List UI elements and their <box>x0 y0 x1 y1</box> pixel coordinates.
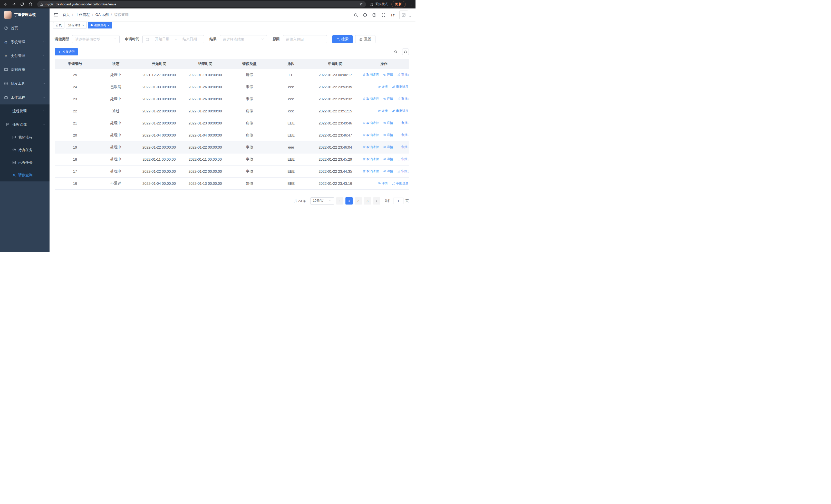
prev-page-button[interactable] <box>336 197 343 205</box>
github-icon[interactable] <box>363 13 367 17</box>
pagination: 共 23 条 10条/页 1 2 3 前往 页 <box>55 197 409 205</box>
sidebar-collapse-icon[interactable] <box>54 12 58 17</box>
result-input[interactable] <box>223 37 259 41</box>
address-bar[interactable]: 不安全 dashboard.yudao.iocoder.cn/bpm/oa/le… <box>37 1 366 7</box>
date-range-picker[interactable]: 开始日期 - 结束日期 <box>142 35 204 43</box>
back-icon[interactable] <box>4 2 8 6</box>
breadcrumb-item[interactable]: 工作流程 <box>70 12 90 17</box>
detail-link[interactable]: 详情 <box>383 97 393 101</box>
search-button[interactable]: 搜索 <box>332 35 353 43</box>
workflow-submenu: 流程管理 任务管理 我的流程 待办任务 已办 <box>0 105 50 181</box>
refresh-table-icon[interactable] <box>402 49 409 55</box>
page-button-3[interactable]: 3 <box>364 197 371 205</box>
filter-apply-time: 申请时间 开始日期 - 结束日期 <box>125 35 204 43</box>
cancel-leave-link[interactable]: 取消请假 <box>363 157 379 161</box>
sidebar-item-todo-tasks[interactable]: 待办任务 <box>0 144 50 156</box>
breadcrumb-item[interactable]: 首页 <box>63 12 70 17</box>
tab-home[interactable]: 首页 <box>53 22 64 28</box>
bookmark-star-icon[interactable] <box>359 2 363 6</box>
create-leave-button[interactable]: 发起请假 <box>55 48 78 55</box>
sidebar-item-process-mgmt[interactable]: 流程管理 <box>0 105 50 118</box>
tab-leave-query[interactable]: 请假查询 × <box>88 22 112 28</box>
cancel-leave-link[interactable]: 取消请假 <box>363 133 379 137</box>
toggle-search-icon[interactable] <box>393 49 399 55</box>
breadcrumb-item[interactable]: OA 示例 <box>90 12 109 17</box>
start-date-placeholder[interactable]: 开始日期 <box>151 37 173 41</box>
page-button-2[interactable]: 2 <box>355 197 362 205</box>
progress-link[interactable]: 审批进度 <box>398 72 409 77</box>
result-select[interactable] <box>220 35 267 43</box>
progress-link[interactable]: 审批进度 <box>398 121 409 125</box>
font-size-icon[interactable]: TT <box>391 13 395 17</box>
close-icon[interactable]: × <box>108 24 110 27</box>
cancel-leave-link[interactable]: 取消请假 <box>363 97 379 101</box>
leave-type-select[interactable] <box>72 35 120 43</box>
detail-link[interactable]: 详情 <box>383 169 393 174</box>
detail-link[interactable]: 详情 <box>378 181 388 185</box>
sidebar-item-system[interactable]: ⚙ 系统管理 <box>0 35 50 49</box>
pen-icon <box>398 134 401 137</box>
help-icon[interactable] <box>372 13 376 17</box>
sidebar-item-workflow[interactable]: 工作流程 <box>0 91 50 105</box>
update-button[interactable]: 更新 <box>391 1 406 7</box>
user-avatar-menu[interactable] <box>399 10 411 19</box>
page-size-select[interactable]: 10条/页 <box>310 197 334 205</box>
cancel-leave-link[interactable]: 取消请假 <box>363 169 379 174</box>
end-date-placeholder[interactable]: 结束日期 <box>178 37 201 41</box>
sidebar-item-done-tasks[interactable]: 已办任务 <box>0 156 50 169</box>
flag-icon <box>6 123 9 126</box>
progress-link[interactable]: 审批进度 <box>398 97 409 101</box>
progress-link[interactable]: 审批进度 <box>398 145 409 149</box>
next-page-button[interactable] <box>373 197 380 205</box>
progress-link[interactable]: 审批进度 <box>398 169 409 174</box>
detail-link[interactable]: 详情 <box>383 72 393 77</box>
progress-label: 审批进度 <box>401 121 409 125</box>
cancel-leave-link[interactable]: 取消请假 <box>363 145 379 149</box>
page-button-1[interactable]: 1 <box>345 197 353 205</box>
progress-link[interactable]: 审批进度 <box>398 157 409 161</box>
progress-label: 审批进度 <box>401 157 409 161</box>
progress-link[interactable]: 审批进度 <box>392 85 408 89</box>
sidebar-item-home[interactable]: 首页 <box>0 21 50 35</box>
table-row: 20 处理中 2022-01-04 00:00:00 2022-01-04 00… <box>55 129 409 141</box>
sidebar-item-devtools[interactable]: 研发工具 <box>0 77 50 91</box>
detail-link[interactable]: 详情 <box>383 121 393 125</box>
close-icon[interactable]: × <box>82 24 84 27</box>
sidebar-item-leave-query[interactable]: 请假查询 <box>0 169 50 181</box>
incognito-label: 无痕模式 <box>375 2 388 6</box>
detail-link[interactable]: 详情 <box>383 145 393 149</box>
table-row: 22 通过 2022-01-22 00:00:00 2022-01-22 00:… <box>55 105 409 117</box>
reason-field[interactable] <box>283 35 327 43</box>
home-icon[interactable] <box>28 2 33 6</box>
progress-link[interactable]: 审批进度 <box>398 133 409 137</box>
leave-type-input[interactable] <box>75 37 112 41</box>
goto-page-input[interactable] <box>393 198 403 204</box>
forward-icon[interactable] <box>12 2 16 6</box>
sidebar-item-payment[interactable]: ¥ 支付管理 <box>0 49 50 63</box>
browser-menu-icon[interactable] <box>409 2 413 6</box>
reset-button[interactable]: 重置 <box>355 35 375 43</box>
security-warning[interactable]: 不安全 <box>40 2 54 6</box>
cell-start-time: 2022-01-03 00:00:00 <box>136 81 182 93</box>
fullscreen-icon[interactable] <box>381 13 386 17</box>
detail-link[interactable]: 详情 <box>378 85 388 89</box>
detail-link[interactable]: 详情 <box>383 133 393 137</box>
cell-end-time: 2022-01-22 00:00:00 <box>182 165 228 177</box>
cancel-leave-link[interactable]: 取消请假 <box>363 121 379 125</box>
detail-link[interactable]: 详情 <box>378 109 388 113</box>
sidebar-item-task-mgmt[interactable]: 任务管理 <box>0 118 50 131</box>
detail-label: 详情 <box>387 72 393 77</box>
cell-apply-no: 16 <box>55 177 95 189</box>
incognito-icon <box>370 2 374 6</box>
reason-input[interactable] <box>286 37 324 41</box>
detail-link[interactable]: 详情 <box>383 157 393 161</box>
goto-suffix: 页 <box>405 199 409 203</box>
reload-icon[interactable] <box>20 2 24 6</box>
sidebar-item-infra[interactable]: 基础设施 <box>0 63 50 77</box>
progress-link[interactable]: 审批进度 <box>392 181 408 185</box>
tab-process-detail[interactable]: 流程详情 × <box>66 22 87 28</box>
search-icon[interactable] <box>354 13 358 17</box>
progress-link[interactable]: 审批进度 <box>392 109 408 113</box>
cancel-leave-link[interactable]: 取消请假 <box>363 72 379 77</box>
sidebar-item-my-process[interactable]: 我的流程 <box>0 131 50 144</box>
